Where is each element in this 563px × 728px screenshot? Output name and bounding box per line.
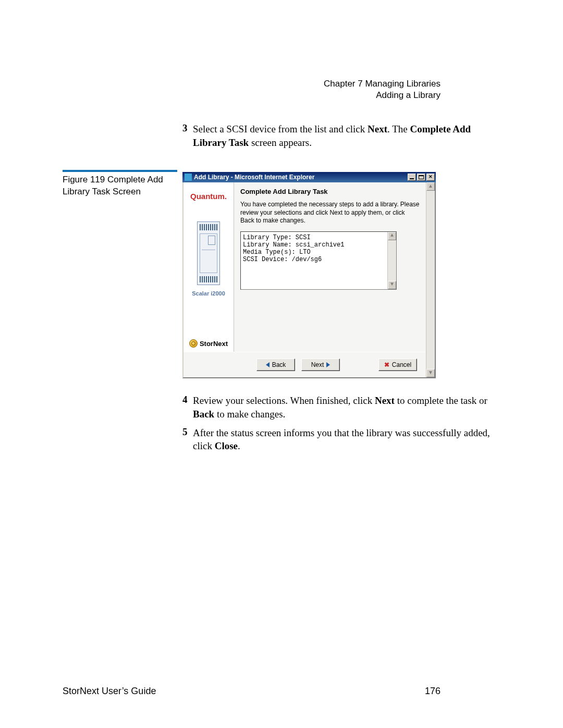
task-description: You have completed the necessary steps t… (240, 201, 420, 225)
summary-textbox[interactable]: Library Type: SCSI Library Name: scsi_ar… (240, 231, 397, 290)
maximize-button[interactable] (417, 174, 425, 181)
page-scrollbar[interactable]: ▲ ▼ (426, 182, 435, 377)
footer-guide: StorNext User’s Guide (63, 686, 156, 697)
x-icon: ✖ (384, 361, 389, 368)
quantum-logo: Quantum. (190, 192, 227, 201)
textbox-scrollbar[interactable]: ▲▼ (387, 232, 396, 289)
scroll-up-icon[interactable]: ▲ (388, 232, 396, 240)
sidebar: Quantum. Scalar i2000 StorNext (183, 182, 234, 352)
ie-window: Add Library - Microsoft Internet Explore… (182, 172, 436, 378)
scroll-down-icon[interactable]: ▼ (388, 281, 396, 289)
figure-caption: Figure 119 Complete Add Library Task Scr… (63, 170, 177, 198)
cancel-button[interactable]: ✖ Cancel (378, 359, 417, 371)
page-footer: StorNext User’s Guide 176 (63, 686, 440, 697)
scroll-up-icon[interactable]: ▲ (426, 182, 435, 191)
step-4: 4 Review your selections. When finished,… (182, 394, 500, 421)
arrow-left-icon (266, 362, 270, 367)
minimize-button[interactable] (408, 174, 416, 181)
button-label: Back (272, 361, 286, 368)
step-3: 3 Select a SCSI device from the list and… (182, 122, 500, 149)
arrow-right-icon (326, 362, 330, 367)
button-label: Next (311, 361, 324, 368)
step-text: Select a SCSI device from the list and c… (193, 122, 500, 149)
chapter-label: Chapter 7 Managing Libraries (324, 78, 440, 90)
task-title: Complete Add Library Task (240, 188, 420, 195)
scroll-down-icon[interactable]: ▼ (426, 369, 435, 377)
step-5: 5 After the status screen informs you th… (182, 426, 500, 453)
device-label: Scalar i2000 (192, 290, 225, 297)
section-label: Adding a Library (324, 90, 440, 101)
titlebar[interactable]: Add Library - Microsoft Internet Explore… (182, 172, 436, 182)
step-number: 4 (182, 394, 193, 421)
button-bar: Back Next ✖ Cancel (183, 352, 426, 377)
ie-icon (185, 174, 192, 181)
stornext-icon (189, 339, 198, 348)
step-number: 5 (182, 426, 193, 453)
footer-page-number: 176 (425, 686, 440, 697)
back-button[interactable]: Back (256, 359, 295, 371)
step-number: 3 (182, 122, 193, 149)
window-title: Add Library - Microsoft Internet Explore… (194, 174, 408, 181)
close-button[interactable] (426, 174, 435, 181)
device-illustration (197, 221, 220, 285)
step-text: After the status screen informs you that… (193, 426, 500, 453)
stornext-logo: StorNext (189, 339, 228, 348)
next-button[interactable]: Next (301, 359, 340, 371)
button-label: Cancel (392, 361, 411, 368)
step-text: Review your selections. When finished, c… (193, 394, 500, 421)
page-running-header: Chapter 7 Managing Libraries Adding a Li… (324, 78, 440, 101)
